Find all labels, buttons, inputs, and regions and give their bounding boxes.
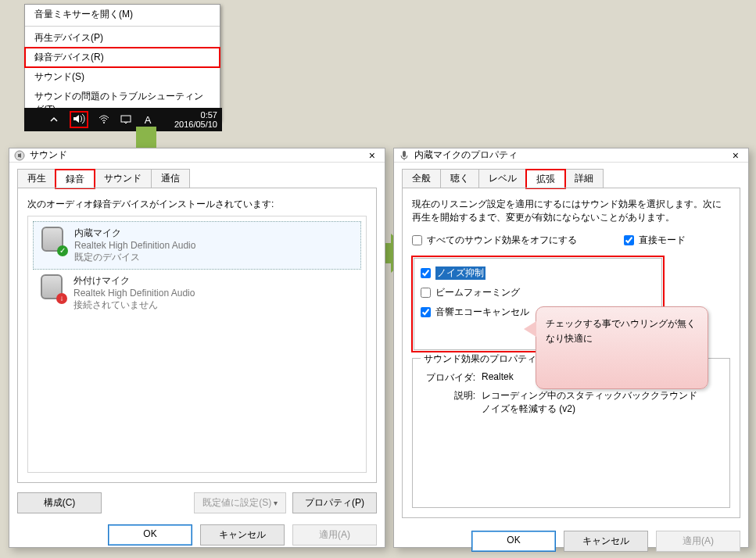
clock-date: 2016/05/10 — [174, 120, 217, 129]
device-status: 既定のデバイス — [74, 251, 195, 264]
disable-all-effects[interactable]: すべてのサウンド効果をオフにする — [412, 234, 577, 247]
device-name: 内蔵マイク — [74, 227, 195, 240]
menu-recording-devices[interactable]: 録音デバイス(R) — [25, 48, 220, 67]
menu-separator — [25, 26, 220, 27]
device-name: 外付けマイク — [73, 274, 195, 288]
properties-button[interactable]: プロパティ(P) — [292, 492, 377, 513]
titlebar: サウンド × — [9, 148, 385, 163]
desc-value: レコーディング中のスタティックバッククラウンドノイズを軽減する (v2) — [482, 389, 700, 416]
desc-label: 説明: — [421, 389, 475, 416]
tray-context-menu: 音量ミキサーを開く(M) 再生デバイス(P) 録音デバイス(R) サウンド(S)… — [24, 4, 220, 120]
sound-icon — [14, 150, 25, 161]
status-ok-icon: ✓ — [57, 245, 68, 256]
menu-sounds[interactable]: サウンド(S) — [25, 67, 220, 87]
close-button[interactable]: × — [364, 149, 380, 162]
menu-open-mixer[interactable]: 音量ミキサーを開く(M) — [25, 5, 220, 24]
titlebar: 内蔵マイクのプロパティ × — [394, 148, 748, 163]
tab-advanced[interactable]: 詳細 — [564, 169, 604, 188]
cancel-button[interactable]: キャンセル — [564, 531, 648, 552]
sound-dialog: サウンド × 再生 録音 サウンド 通信 次のオーディオ録音デバイスがインストー… — [9, 148, 385, 548]
tab-listen[interactable]: 聴く — [440, 169, 479, 188]
mic-icon — [399, 150, 410, 161]
wifi-icon[interactable] — [98, 113, 110, 126]
pane-description: 次のオーディオ録音デバイスがインストールされています: — [27, 198, 367, 211]
tab-playback[interactable]: 再生 — [17, 169, 56, 188]
effect-label: 音響エコーキャンセル — [435, 306, 529, 319]
checkbox-label: すべてのサウンド効果をオフにする — [427, 234, 577, 247]
ok-button[interactable]: OK — [108, 524, 192, 545]
menu-playback-devices[interactable]: 再生デバイス(P) — [25, 28, 220, 48]
effect-noise-suppression[interactable]: ノイズ抑制 — [421, 266, 655, 280]
device-status: 接続されていません — [73, 299, 195, 312]
direct-mode[interactable]: 直接モード — [624, 234, 686, 247]
effect-checkbox[interactable] — [421, 268, 431, 278]
tray-up-icon[interactable] — [48, 113, 60, 126]
configure-button[interactable]: 構成(C) — [17, 492, 102, 513]
annotation-callout: チェックする事でハウリングが無くなり快適に — [536, 306, 708, 389]
device-external-mic[interactable]: ↓ 外付けマイク Realtek High Definition Audio 接… — [33, 270, 361, 317]
effect-label: ノイズ抑制 — [435, 266, 485, 280]
svg-point-0 — [103, 122, 105, 123]
window-title: 内蔵マイクのプロパティ — [414, 148, 728, 162]
taskbar: A 0:57 2016/05/10 — [24, 108, 222, 131]
tab-levels[interactable]: レベル — [478, 169, 527, 188]
device-list[interactable]: ✓ 内蔵マイク Realtek High Definition Audio 既定… — [27, 216, 367, 473]
ime-icon[interactable]: A — [142, 113, 154, 126]
device-internal-mic[interactable]: ✓ 内蔵マイク Realtek High Definition Audio 既定… — [33, 221, 361, 270]
checkbox-label: 直接モード — [639, 234, 686, 247]
clock-time: 0:57 — [174, 110, 217, 120]
tab-recording[interactable]: 録音 — [56, 170, 95, 188]
provider-label: プロバイダ: — [421, 371, 475, 385]
apply-button[interactable]: 適用(A) — [292, 524, 377, 545]
group-legend: サウンド効果のプロパティ — [421, 352, 539, 366]
device-driver: Realtek High Definition Audio — [74, 240, 195, 251]
sound-tabs: 再生 録音 サウンド 通信 — [9, 163, 385, 188]
provider-value: Realtek — [482, 371, 514, 385]
ok-button[interactable]: OK — [471, 531, 556, 552]
effect-checkbox[interactable] — [421, 307, 431, 317]
close-button[interactable]: × — [728, 149, 743, 162]
speaker-tray-icon[interactable] — [70, 111, 88, 128]
disable-all-checkbox[interactable] — [412, 235, 422, 245]
action-center-icon[interactable] — [120, 113, 132, 126]
set-default-button[interactable]: 既定値に設定(S) — [194, 492, 286, 513]
effect-checkbox[interactable] — [421, 288, 431, 298]
tab-enhancements[interactable]: 拡張 — [526, 170, 565, 188]
direct-mode-checkbox[interactable] — [624, 235, 634, 245]
callout-text: チェックする事でハウリングが無くなり快適に — [546, 318, 696, 344]
svg-rect-1 — [121, 116, 131, 122]
recording-pane: 次のオーディオ録音デバイスがインストールされています: ✓ 内蔵マイク Real… — [17, 188, 377, 483]
effect-label: ビームフォーミング — [435, 286, 520, 299]
taskbar-clock[interactable]: 0:57 2016/05/10 — [174, 110, 220, 129]
mic-icon: ↓ — [38, 274, 66, 302]
svg-rect-3 — [403, 151, 406, 157]
status-down-icon: ↓ — [56, 293, 67, 304]
cancel-button[interactable]: キャンセル — [200, 524, 285, 545]
tab-sounds[interactable]: サウンド — [94, 169, 152, 188]
window-title: サウンド — [30, 148, 364, 162]
mic-icon: ✓ — [38, 227, 66, 255]
tab-communications[interactable]: 通信 — [151, 169, 190, 188]
pane-description: 現在のリスニング設定を適用にするにはサウンド効果を選択します。次に再生を開始する… — [412, 198, 730, 224]
device-driver: Realtek High Definition Audio — [73, 288, 195, 299]
effect-beamforming[interactable]: ビームフォーミング — [421, 286, 655, 299]
tab-general[interactable]: 全般 — [402, 169, 441, 188]
prop-tabs: 全般 聴く レベル 拡張 詳細 — [394, 163, 748, 188]
apply-button[interactable]: 適用(A) — [656, 531, 740, 552]
